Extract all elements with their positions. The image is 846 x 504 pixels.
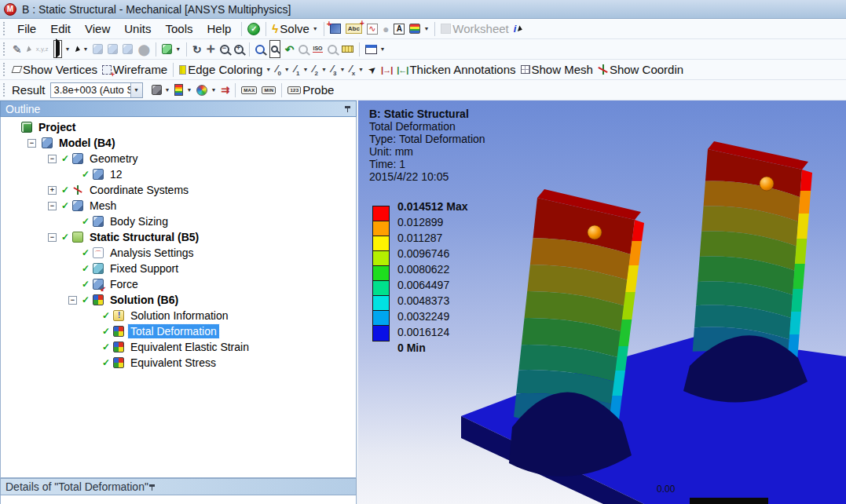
tree-item-label[interactable]: Mesh [87,199,119,213]
color-scheme-button[interactable] [407,22,431,35]
geometry-viewport[interactable]: B: Static StructuralTotal DeformationTyp… [358,100,846,504]
pointer-button[interactable] [24,45,34,54]
manage-views-button[interactable] [339,44,356,54]
tree-item-equivalent-elastic-strain[interactable]: ✓Equivalent Elastic Strain [1,339,356,355]
show-max-button[interactable]: MAX [239,85,259,96]
next-view-button[interactable] [296,43,310,56]
tree-item-label[interactable]: Force [108,277,141,291]
solve-status-button[interactable]: ✓ [245,21,262,37]
tree-item-label[interactable]: Coordinate Systems [87,183,191,197]
text-label-button[interactable]: A [391,22,407,36]
show-vertices-button[interactable]: Show Vertices [10,61,100,78]
rotate-button[interactable]: ↻ [190,42,204,57]
reset-edge-button[interactable]: ➤ [366,63,379,77]
body-select-button[interactable]: ⬤ [135,42,152,57]
zoom-in-button[interactable]: + [232,43,246,56]
tree-item-label[interactable]: Equivalent Stress [128,356,218,370]
pin-icon[interactable] [344,105,351,112]
tree-item-label[interactable]: 12 [108,167,125,181]
edge-select-button[interactable] [105,42,120,56]
tree-item-label[interactable]: Analysis Settings [108,246,196,260]
probe-button[interactable]: 123 Probe [285,82,336,98]
select-mode-button[interactable] [51,38,73,60]
details-panel-header[interactable]: Details of "Total Deformation" [0,478,357,495]
solve-button[interactable]: ϟ Solve [269,20,320,37]
menu-units[interactable]: Units [117,20,158,37]
tree-item-label[interactable]: Body Sizing [108,214,170,228]
tree-item-static-structural[interactable]: −✓Static Structural (B5) [1,229,356,245]
tree-item-label[interactable]: Solution (B6) [108,293,181,307]
show-label-button[interactable]: ✎ [10,42,24,57]
smooth-contours-button[interactable] [194,83,218,97]
title-bar[interactable]: M B : Static Structural - Mechanical [AN… [0,0,846,19]
tree-item-label[interactable]: Model (B4) [57,136,118,150]
face-select-button[interactable] [120,42,135,56]
tree-item-solution-information[interactable]: ✓Solution Information [1,308,356,323]
expand-icon[interactable]: + [48,186,57,195]
tree-item-body-sizing[interactable]: ✓Body Sizing [1,214,356,229]
tree-item-force[interactable]: ✓Force [1,276,356,292]
tree-item-mesh[interactable]: −✓Mesh [1,198,356,214]
thicken-annotations-button[interactable]: |←| Thicken Annotations [394,61,518,78]
pin-icon[interactable] [148,484,156,491]
tree-item-analysis-settings[interactable]: ✓Analysis Settings [1,245,356,261]
geometry-display-button[interactable] [149,83,173,97]
tree-item-label[interactable]: Solution Information [128,309,231,323]
menu-help[interactable]: Help [200,20,239,37]
collapse-icon[interactable]: − [48,233,57,242]
wireframe-button[interactable]: Wireframe [100,61,170,78]
coordinates-pick-button[interactable]: x,y,z [34,45,51,54]
collapse-icon[interactable]: − [48,202,57,210]
toolbar-grip[interactable] [3,42,6,56]
viewports-button[interactable] [363,43,388,56]
show-coordinate-systems-button[interactable]: Show Coordin [595,61,686,78]
outline-header[interactable]: Outline [0,100,357,117]
toolbar-grip[interactable] [3,83,6,97]
tree-item-fixed-support[interactable]: ✓Fixed Support [1,261,356,276]
edge-option-1-button[interactable]: ∕1 [292,61,311,79]
contour-bands-button[interactable] [172,82,194,97]
look-at-button[interactable] [325,43,339,56]
new-chart-button[interactable]: ∿ [364,22,380,36]
result-scale-combobox[interactable]: 3.8e+003 (Auto S ▼ [50,82,143,98]
pan-button[interactable]: ✛ [204,42,218,57]
toolbar-grip[interactable] [3,63,6,76]
collapse-icon[interactable]: − [48,155,57,163]
zoom-fit-button[interactable] [253,43,267,56]
show-mesh-button[interactable]: Show Mesh [518,61,595,78]
combo-dropdown-icon[interactable]: ▼ [130,83,142,97]
new-annotation-button[interactable]: Abc [343,22,364,35]
tree-item-label[interactable]: Equivalent Elastic Strain [128,340,251,354]
tree-item-label[interactable]: Fixed Support [108,261,181,276]
worksheet-button[interactable]: Worksheet [438,20,511,37]
tree-item-total-deformation[interactable]: ✓Total Deformation [1,323,356,339]
tree-item-project[interactable]: Project [1,119,356,135]
tree-item-label[interactable]: Project [36,120,78,134]
edge-option-0-button[interactable]: ∕0 [273,61,292,79]
previous-view-button[interactable]: ↶ [283,42,297,57]
tree-item-body-12[interactable]: ✓12 [1,166,356,182]
menu-view[interactable]: View [78,20,117,37]
tree-item-label[interactable]: Geometry [87,152,140,166]
edge-option-x-button[interactable]: ∕x [347,61,366,79]
show-min-button[interactable]: MIN [259,85,278,96]
collapse-icon[interactable]: − [27,139,36,148]
collapse-icon[interactable]: − [68,296,77,305]
tree-item-coordinate-systems[interactable]: +✓Coordinate Systems [1,182,356,198]
menu-edit[interactable]: Edit [43,20,78,37]
tree-item-label[interactable]: Total Deformation [128,324,219,338]
show-info-button[interactable]: i [511,21,526,36]
extend-selection-button[interactable] [159,42,183,56]
box-zoom-button[interactable] [267,38,283,60]
edge-option-2-button[interactable]: ∕2 [310,61,329,79]
edge-thickness-button[interactable]: |→| [379,64,394,76]
iso-view-button[interactable]: ISO [310,44,324,54]
zoom-button[interactable]: − [218,43,232,56]
toolbar-grip[interactable] [3,22,6,35]
new-section-plane-button[interactable] [328,22,343,35]
vertex-select-button[interactable] [90,42,105,56]
edge-option-3-button[interactable]: ∕3 [329,61,348,79]
edge-coloring-button[interactable]: Edge Coloring [177,61,273,78]
menu-tools[interactable]: Tools [158,20,200,37]
tree-item-model[interactable]: −Model (B4) [1,135,356,151]
